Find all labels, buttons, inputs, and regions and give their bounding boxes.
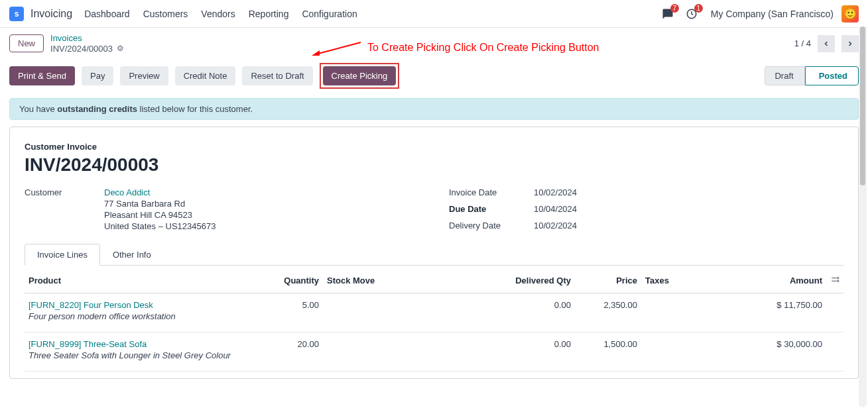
customer-addr3: United States – US12345673 xyxy=(104,221,216,231)
tab-invoice-lines[interactable]: Invoice Lines xyxy=(25,244,100,266)
col-stock-move: Stock Move xyxy=(323,268,495,293)
gear-icon[interactable]: ⚙ xyxy=(117,44,124,53)
delivery-date-label: Delivery Date xyxy=(449,221,515,231)
column-options-icon[interactable] xyxy=(826,268,843,293)
banner-suffix: listed below for this customer. xyxy=(137,104,253,114)
outstanding-credits-banner: You have outstanding credits listed belo… xyxy=(9,98,859,120)
due-date-value: 10/04/2024 xyxy=(534,204,577,214)
status-widget: Draft Posted xyxy=(765,66,859,85)
status-draft[interactable]: Draft xyxy=(765,66,804,85)
app-title: Invoicing xyxy=(31,8,72,20)
create-picking-button[interactable]: Create Picking xyxy=(323,66,397,85)
cell-amount: $ 11,750.00 xyxy=(721,293,826,333)
table-row[interactable]: [FURN_8220] Four Person Desk Four person… xyxy=(25,293,843,333)
due-date-label: Due Date xyxy=(449,204,515,214)
product-link[interactable]: [FURN_8999] Three-Seat Sofa xyxy=(29,339,259,349)
scrollbar-thumb[interactable] xyxy=(860,26,865,185)
reset-draft-button[interactable]: Reset to Draft xyxy=(242,66,312,85)
table-row[interactable]: [FURN_8999] Three-Seat Sofa Three Seater… xyxy=(25,333,843,372)
cell-stock-move xyxy=(323,333,495,372)
banner-bold: outstanding credits xyxy=(57,104,137,114)
sheet-heading: Customer Invoice xyxy=(25,142,843,152)
activities-badge: 1 xyxy=(694,4,703,13)
tab-other-info[interactable]: Other Info xyxy=(100,244,164,266)
cell-qty: 5.00 xyxy=(263,293,323,333)
messages-icon[interactable]: 7 xyxy=(659,5,676,23)
product-desc: Three Seater Sofa with Lounger in Steel … xyxy=(29,349,259,366)
breadcrumb-row: New Invoices INV/2024/00003 ⚙ 1 / 4 xyxy=(0,28,868,58)
new-button[interactable]: New xyxy=(9,34,44,52)
cell-stock-move xyxy=(323,293,495,333)
col-quantity: Quantity xyxy=(263,268,323,293)
tabs: Invoice Lines Other Info xyxy=(25,243,843,266)
banner-prefix: You have xyxy=(19,104,57,114)
form-sheet: Customer Invoice INV/2024/00003 Customer… xyxy=(9,127,859,379)
col-amount: Amount xyxy=(721,268,826,293)
preview-button[interactable]: Preview xyxy=(120,66,168,85)
status-posted[interactable]: Posted xyxy=(805,66,859,85)
breadcrumb-current-text: INV/2024/00003 xyxy=(50,44,113,54)
invoice-lines-table: Product Quantity Stock Move Delivered Qt… xyxy=(25,268,843,372)
pager-text: 1 / 4 xyxy=(794,38,811,48)
cell-qty: 20.00 xyxy=(263,333,323,372)
print-send-button[interactable]: Print & Send xyxy=(9,66,75,85)
customer-addr1: 77 Santa Barbara Rd xyxy=(104,199,216,209)
action-bar: Print & Send Pay Preview Credit Note Res… xyxy=(0,58,868,98)
nav-customers[interactable]: Customers xyxy=(143,9,188,19)
cell-delivered: 0.00 xyxy=(495,333,575,372)
cell-taxes xyxy=(641,293,721,333)
credit-note-button[interactable]: Credit Note xyxy=(175,66,236,85)
activities-icon[interactable]: 1 xyxy=(683,5,700,23)
cell-amount: $ 30,000.00 xyxy=(721,333,826,372)
nav-vendors[interactable]: Vendors xyxy=(201,9,235,19)
scrollbar[interactable] xyxy=(859,26,867,388)
cell-delivered: 0.00 xyxy=(495,293,575,333)
pager-prev-button[interactable] xyxy=(818,35,835,52)
top-nav: s Invoicing Dashboard Customers Vendors … xyxy=(0,0,868,28)
col-price: Price xyxy=(575,268,641,293)
col-taxes: Taxes xyxy=(641,268,721,293)
svg-point-4 xyxy=(837,280,839,282)
invoice-name: INV/2024/00003 xyxy=(25,154,843,176)
pay-button[interactable]: Pay xyxy=(82,66,113,85)
breadcrumb-parent[interactable]: Invoices xyxy=(50,33,124,44)
cell-taxes xyxy=(641,333,721,372)
user-avatar[interactable]: 🙂 xyxy=(841,5,859,23)
create-picking-highlight: Create Picking xyxy=(320,63,400,89)
customer-label: Customer xyxy=(25,187,91,197)
col-product: Product xyxy=(25,268,263,293)
cell-price: 2,350.00 xyxy=(575,293,641,333)
breadcrumb-current: INV/2024/00003 ⚙ xyxy=(50,44,124,54)
invoice-date-label: Invoice Date xyxy=(449,187,515,197)
col-delivered-qty: Delivered Qty xyxy=(495,268,575,293)
customer-addr2: Pleasant Hill CA 94523 xyxy=(104,210,216,220)
nav-reporting[interactable]: Reporting xyxy=(249,9,289,19)
pager: 1 / 4 xyxy=(794,35,859,52)
product-link[interactable]: [FURN_8220] Four Person Desk xyxy=(29,300,259,310)
customer-link[interactable]: Deco Addict xyxy=(104,187,216,197)
invoice-date-value: 10/02/2024 xyxy=(534,187,577,197)
nav-configuration[interactable]: Configuration xyxy=(302,9,357,19)
app-icon[interactable]: s xyxy=(9,7,24,21)
nav-dashboard[interactable]: Dashboard xyxy=(84,9,130,19)
company-switcher[interactable]: My Company (San Francisco) xyxy=(711,9,834,19)
delivery-date-value: 10/02/2024 xyxy=(534,221,577,231)
svg-point-3 xyxy=(837,278,839,279)
messages-badge: 7 xyxy=(670,4,679,13)
cell-price: 1,500.00 xyxy=(575,333,641,372)
pager-next-button[interactable] xyxy=(841,35,859,52)
product-desc: Four person modern office workstation xyxy=(29,310,259,327)
